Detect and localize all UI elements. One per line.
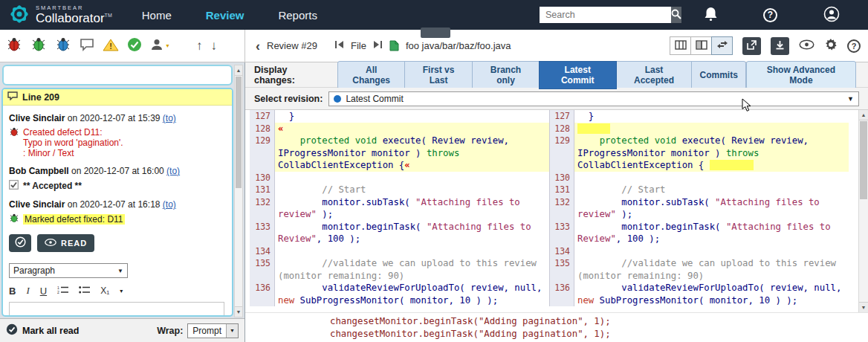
- brand-tm: TM: [105, 13, 112, 19]
- comment-link[interactable]: (to): [163, 199, 176, 210]
- mark-read-toggle-button[interactable]: [9, 234, 31, 252]
- single-pane-button[interactable]: [670, 36, 691, 55]
- diff-scroll-down-button[interactable]: ▼: [859, 302, 868, 312]
- bullet-list-button[interactable]: [79, 285, 90, 297]
- columns-icon: [675, 40, 687, 52]
- nav-item-reports[interactable]: Reports: [278, 9, 317, 22]
- revision-dropdown[interactable]: Latest Commit ▼: [328, 91, 859, 106]
- accept-button[interactable]: [127, 37, 142, 54]
- review-title[interactable]: Review #29: [267, 40, 317, 51]
- create-defect-button[interactable]: [6, 37, 22, 54]
- code-line: }: [574, 110, 849, 123]
- bottom-code-line: changesetMonitor.beginTask("Adding pagin…: [330, 315, 868, 328]
- line-number: 136: [250, 282, 275, 306]
- watch-button[interactable]: [799, 39, 814, 52]
- file-path[interactable]: foo java/bar/baz/foo.java: [406, 40, 511, 51]
- warning-triangle-icon: !: [103, 38, 119, 54]
- notifications-button[interactable]: [705, 7, 717, 23]
- fixed-defect-button[interactable]: [30, 37, 47, 54]
- mark-all-read-button[interactable]: Mark all read: [22, 326, 79, 336]
- italic-button[interactable]: I: [26, 285, 29, 297]
- wrap-caret-icon: ▼: [226, 324, 238, 338]
- person-icon: [150, 38, 163, 54]
- prev-file-button[interactable]: [334, 40, 344, 51]
- comment-input[interactable]: [9, 302, 224, 317]
- search-icon: [671, 9, 681, 22]
- display-btn-all-changes[interactable]: All Changes: [337, 61, 405, 89]
- external-defect-button[interactable]: [55, 37, 71, 54]
- diff-row: 136 validateReviewForUploadTo( review, n…: [250, 282, 549, 306]
- comment-when: on 2020-12-07 at 15:39: [65, 113, 162, 123]
- read-button[interactable]: READ: [37, 234, 94, 252]
- diff-row: 135 //validate we can upload to this rev…: [250, 257, 549, 282]
- wrap-select[interactable]: Prompt ▼: [187, 323, 239, 338]
- read-button-label: READ: [61, 239, 87, 248]
- scroll-thumb[interactable]: [236, 77, 242, 188]
- comment-link[interactable]: (to): [163, 113, 176, 123]
- assignee-button[interactable]: ▼: [150, 38, 170, 54]
- bold-button[interactable]: B: [9, 285, 16, 297]
- chevron-down-icon: ▼: [117, 268, 123, 274]
- next-comment-button[interactable]: ↓: [210, 39, 217, 54]
- toolbar-row: ! ▼ ↑ ↓ ‹ Review #29 File foo java/bar/b…: [0, 30, 868, 62]
- help-button[interactable]: ?: [763, 8, 777, 22]
- wrap-select-value: Prompt: [188, 326, 226, 336]
- comment-link[interactable]: (to): [166, 166, 180, 176]
- smartbear-logo-icon: [9, 4, 30, 27]
- diff-scroll-thumb[interactable]: [860, 121, 867, 199]
- warning-button[interactable]: !: [103, 38, 119, 54]
- display-btn-branch-only[interactable]: Branch only: [472, 61, 540, 89]
- paragraph-select-value: Paragraph: [13, 265, 55, 276]
- account-button[interactable]: [823, 6, 840, 25]
- speech-bubble-icon: [80, 38, 94, 54]
- settings-button[interactable]: [824, 38, 838, 54]
- sidebar-footer: Mark all read Wrap: Prompt ▼: [0, 318, 244, 342]
- diff-scrollbar[interactable]: ▲ ▼: [858, 110, 868, 312]
- underline-button[interactable]: U: [40, 285, 47, 297]
- search-input[interactable]: [540, 7, 671, 23]
- file-doc-icon: [389, 40, 399, 51]
- back-chevron-icon[interactable]: ‹: [256, 39, 260, 53]
- subscript-button[interactable]: X₁: [100, 285, 109, 296]
- more-formats-button[interactable]: ▾: [120, 288, 123, 294]
- search-button[interactable]: [671, 7, 681, 23]
- paragraph-select[interactable]: Paragraph ▼: [9, 263, 128, 278]
- split-pane-button[interactable]: [690, 36, 712, 55]
- scroll-down-button[interactable]: ▼: [235, 306, 242, 317]
- scroll-up-button[interactable]: ▲: [235, 65, 242, 76]
- diff-scroll-up-button[interactable]: ▲: [859, 110, 868, 120]
- prev-comment-button[interactable]: ↑: [196, 39, 203, 54]
- file-nav-label[interactable]: File: [351, 40, 366, 51]
- diff-pane-left: 127 }128«129 protected void execute( Rev…: [250, 110, 549, 312]
- line-number: 130: [250, 172, 275, 184]
- view-controls: ?: [670, 30, 861, 62]
- line-number: 134: [549, 245, 574, 258]
- diff-help-button[interactable]: ?: [847, 39, 861, 53]
- display-btn-latest-commit[interactable]: Latest Commit: [539, 61, 617, 89]
- line-number: 134: [250, 245, 275, 258]
- numbered-list-button[interactable]: 12: [57, 285, 68, 297]
- comment-meta: Clive Sinclair on 2020-12-07 at 16:18 (t…: [9, 199, 226, 210]
- line-number: 135: [549, 257, 574, 282]
- comment-button[interactable]: [80, 38, 94, 54]
- display-btn-last-accepted[interactable]: Last Accepted: [616, 61, 693, 89]
- top-nav: SMARTBEAR CollaboratorTM HomeReviewRepor…: [0, 0, 868, 30]
- brand: SMARTBEAR CollaboratorTM: [9, 4, 112, 27]
- revision-caret-icon: ▼: [847, 95, 854, 103]
- diff-row: 130: [549, 172, 849, 184]
- nav-item-home[interactable]: Home: [142, 9, 172, 22]
- accepted-row: ** Accepted **: [9, 180, 226, 192]
- download-button[interactable]: [771, 37, 789, 55]
- bottom-code: changesetMonitor.beginTask("Adding pagin…: [245, 312, 868, 342]
- external-view-button[interactable]: [742, 37, 761, 55]
- next-file-button[interactable]: [373, 40, 383, 51]
- show-advanced-mode-button[interactable]: Show Advanced Mode: [746, 61, 856, 89]
- display-btn-first-vs-last[interactable]: First vs Last: [404, 61, 473, 89]
- diff-row: 133 monitor.beginTask( "Attaching files …: [250, 221, 549, 245]
- check-circle-icon: [127, 37, 142, 54]
- nav-item-review[interactable]: Review: [206, 9, 244, 22]
- sidebar-scrollbar[interactable]: ▲ ▼: [234, 65, 243, 317]
- diff-row: 136 validateReviewForUploadTo( review, n…: [549, 282, 849, 306]
- side-by-side-button[interactable]: [711, 36, 733, 55]
- display-btn-commits[interactable]: Commits: [691, 61, 745, 89]
